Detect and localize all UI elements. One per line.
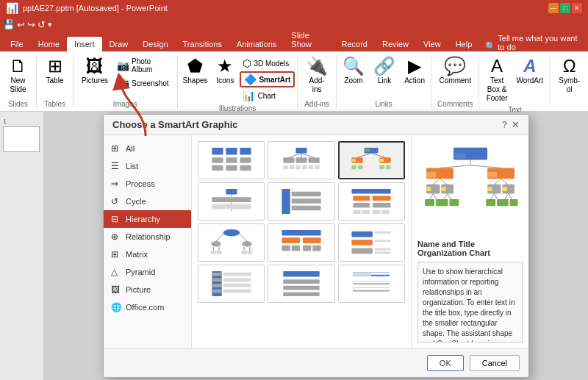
action-button[interactable]: ▶ Action — [401, 56, 428, 87]
smartart-thumb-2[interactable] — [268, 141, 334, 179]
textbox-button[interactable]: A TextBox &Footer — [484, 56, 511, 104]
smartart-thumb-10[interactable] — [198, 265, 265, 303]
smartart-thumb-4[interactable] — [198, 182, 265, 221]
svg-line-125 — [444, 194, 448, 199]
smartart-label: SmartArt — [259, 76, 290, 84]
zoom-button[interactable]: 🔍 Zoom — [340, 56, 368, 87]
comment-button[interactable]: 💬 Comment — [437, 56, 474, 87]
maximize-button[interactable]: □ — [560, 3, 570, 13]
svg-point-64 — [241, 250, 247, 254]
category-list[interactable]: ☰ List — [104, 157, 191, 175]
minimize-button[interactable]: — — [548, 3, 559, 13]
slide-thumbnail[interactable] — [3, 126, 40, 152]
smartart-thumb-1[interactable] — [198, 141, 265, 179]
category-all[interactable]: ⊞ All — [104, 140, 191, 157]
category-hierarchy[interactable]: ⊟ Hierarchy — [104, 210, 191, 228]
svg-rect-74 — [375, 232, 391, 234]
action-icon: ▶ — [408, 57, 421, 75]
cancel-button[interactable]: Cancel — [470, 355, 520, 371]
category-relationship[interactable]: ⊕ Relationship — [104, 228, 191, 245]
smartart-thumb-12[interactable] — [338, 265, 405, 303]
smartart-thumb-9[interactable] — [338, 223, 405, 262]
undo-qat-button[interactable]: ↩ — [17, 19, 25, 30]
smartart-thumb-8[interactable] — [268, 223, 334, 262]
category-matrix[interactable]: ⊞ Matrix — [104, 245, 191, 263]
category-process[interactable]: ⇒ Process — [104, 175, 191, 193]
slide-number: 1 — [3, 118, 40, 125]
svg-rect-20 — [308, 165, 313, 170]
svg-rect-0 — [212, 148, 223, 155]
svg-point-60 — [210, 250, 216, 254]
svg-point-56 — [211, 241, 220, 247]
smartart-thumb-6[interactable] — [338, 182, 405, 221]
tab-record[interactable]: Record — [334, 37, 374, 51]
tell-me-text[interactable]: Tell me what you want to do — [498, 34, 585, 51]
symbol-button[interactable]: Ω Symb-ol — [556, 56, 583, 96]
images-group-label: Images — [113, 98, 137, 108]
3dmodels-button[interactable]: ⬡ 3D Models — [240, 56, 295, 71]
repeat-qat-button[interactable]: ↺ — [37, 19, 46, 30]
category-officecom-label: Office.com — [126, 303, 164, 312]
new-slide-button[interactable]: 🗋 NewSlide — [7, 56, 30, 96]
tab-transitions[interactable]: Transitions — [176, 37, 229, 51]
svg-rect-52 — [382, 209, 390, 214]
dialog-help-button[interactable]: ? — [502, 119, 507, 130]
pictures-button[interactable]: 🖼 Pictures — [79, 56, 111, 87]
category-pyramid[interactable]: △ Pyramid — [104, 263, 191, 281]
chart-button[interactable]: 📊 Chart — [240, 88, 295, 103]
link-button[interactable]: 🔗 Link — [370, 56, 398, 87]
customize-qat-button[interactable]: ▾ — [48, 20, 52, 29]
ribbon-body: 🗋 NewSlide Slides ⊞ Table Tables 🖼 Pictu… — [0, 51, 588, 112]
svg-line-129 — [490, 194, 494, 199]
tab-draw[interactable]: Draw — [102, 37, 136, 51]
svg-rect-114 — [426, 187, 431, 191]
tab-design[interactable]: Design — [135, 37, 175, 51]
screenshot-button[interactable]: 📸 Screenshot — [114, 76, 172, 90]
tab-review[interactable]: Review — [375, 37, 416, 51]
tab-view[interactable]: View — [416, 37, 448, 51]
svg-rect-116 — [441, 187, 445, 191]
table-button[interactable]: ⊞ Table — [43, 56, 67, 87]
smartart-thumb-5[interactable] — [268, 182, 334, 221]
tab-insert[interactable]: Insert — [67, 37, 102, 51]
slides-group-label: Slides — [8, 98, 28, 108]
icons-button[interactable]: ★ Icons — [214, 56, 237, 87]
save-qat-button[interactable]: 💾 — [3, 19, 15, 30]
svg-rect-27 — [352, 159, 356, 162]
svg-rect-13 — [283, 157, 294, 163]
dialog-close-button[interactable]: ✕ — [512, 119, 520, 130]
svg-line-109 — [433, 179, 440, 184]
photo-album-button[interactable]: 📷 Photo Album — [114, 56, 172, 75]
images-col: 📷 Photo Album 📸 Screenshot — [114, 56, 172, 90]
svg-rect-46 — [373, 196, 391, 201]
redo-qat-button[interactable]: ↪ — [27, 19, 35, 30]
svg-rect-84 — [223, 278, 251, 282]
smartart-thumb-7[interactable] — [198, 223, 265, 262]
svg-rect-66 — [282, 230, 320, 236]
category-cycle[interactable]: ↺ Cycle — [104, 193, 191, 210]
smartart-thumb-11[interactable] — [268, 265, 334, 303]
smartart-thumb-3[interactable] — [338, 141, 405, 179]
tab-animations[interactable]: Animations — [229, 37, 284, 51]
wordart-button[interactable]: A WordArt — [514, 56, 547, 87]
category-picture[interactable]: 🖼 Picture — [104, 281, 191, 298]
slides-group-items: 🗋 NewSlide — [7, 54, 30, 98]
svg-rect-21 — [315, 165, 320, 170]
tab-help[interactable]: Help — [448, 37, 480, 51]
category-officecom[interactable]: 🌐 Office.com — [104, 298, 191, 316]
ok-button[interactable]: OK — [427, 355, 464, 371]
svg-rect-34 — [226, 189, 237, 195]
addins-button[interactable]: 🔌 Add-ins — [303, 56, 331, 96]
close-button[interactable]: ✕ — [572, 3, 582, 13]
smartart-button[interactable]: 🔷 SmartArt — [240, 71, 295, 87]
main-canvas: Choose a SmartArt Graphic ? ✕ ⊞ All — [44, 112, 588, 380]
tab-home[interactable]: Home — [31, 37, 67, 51]
tab-file[interactable]: File — [3, 37, 31, 51]
svg-line-134 — [508, 194, 512, 199]
svg-line-12 — [301, 154, 314, 158]
tab-slideshow[interactable]: Slide Show — [284, 28, 334, 51]
link-icon: 🔗 — [373, 57, 395, 75]
shapes-button[interactable]: ⬟ Shapes — [180, 56, 211, 87]
svg-line-24 — [357, 154, 371, 158]
title-bar-controls: — □ ✕ — [548, 3, 582, 13]
